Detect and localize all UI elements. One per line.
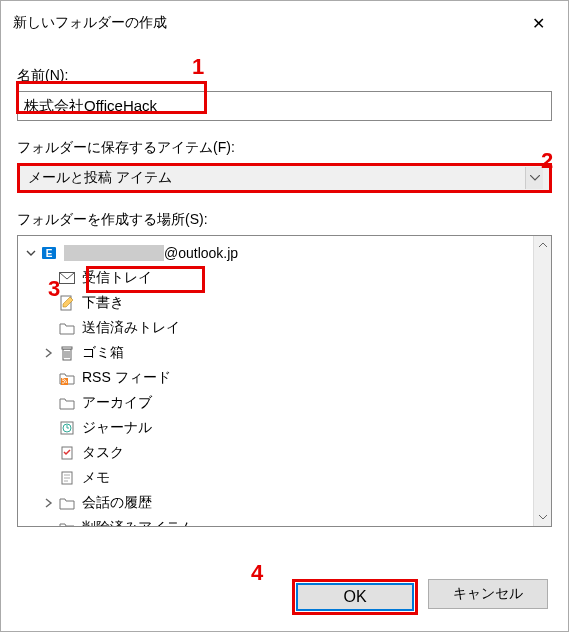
close-icon: ✕ — [532, 14, 545, 33]
ok-highlight: OK — [292, 579, 418, 615]
close-button[interactable]: ✕ — [518, 9, 558, 37]
folder-icon — [58, 320, 76, 336]
scroll-up-icon[interactable] — [534, 236, 551, 254]
cancel-button[interactable]: キャンセル — [428, 579, 548, 609]
tree-item[interactable]: 削除済みアイテム — [20, 515, 549, 527]
dialog-title: 新しいフォルダーの作成 — [13, 14, 167, 32]
account-name-masked — [64, 245, 164, 261]
location-label: フォルダーを作成する場所(S): — [17, 211, 552, 229]
expander-icon[interactable] — [42, 348, 56, 358]
tree-account-row[interactable]: E @outlook.jp — [20, 240, 549, 265]
tree-item[interactable]: ジャーナル — [20, 415, 549, 440]
type-combobox[interactable]: メールと投稿 アイテム — [17, 163, 552, 193]
button-bar: OK キャンセル — [1, 565, 568, 631]
titlebar: 新しいフォルダーの作成 ✕ — [1, 1, 568, 41]
folder-tree[interactable]: E @outlook.jp 受信トレイ 下書き — [17, 235, 552, 527]
tree-item[interactable]: 下書き — [20, 290, 549, 315]
svg-point-10 — [62, 382, 64, 384]
scroll-down-icon[interactable] — [534, 508, 551, 526]
draft-icon — [58, 295, 76, 311]
chevron-down-icon — [525, 167, 543, 189]
folder-icon — [58, 495, 76, 511]
dialog-content: 名前(N): フォルダーに保存するアイテム(F): メールと投稿 アイテム フォ… — [1, 41, 568, 565]
create-folder-dialog: 新しいフォルダーの作成 ✕ 名前(N): フォルダーに保存するアイテム(F): … — [0, 0, 569, 632]
name-label: 名前(N): — [17, 67, 552, 85]
exchange-icon: E — [40, 245, 58, 261]
rss-icon — [58, 370, 76, 386]
type-label: フォルダーに保存するアイテム(F): — [17, 139, 552, 157]
tree-item[interactable]: ゴミ箱 — [20, 340, 549, 365]
tree-item[interactable]: メモ — [20, 465, 549, 490]
note-icon — [58, 470, 76, 486]
folder-icon — [58, 520, 76, 528]
scrollbar[interactable] — [533, 236, 551, 526]
account-domain: @outlook.jp — [164, 245, 238, 261]
trash-icon — [58, 345, 76, 361]
type-value: メールと投稿 アイテム — [28, 169, 172, 187]
tree-item[interactable]: タスク — [20, 440, 549, 465]
tree-item[interactable]: RSS フィード — [20, 365, 549, 390]
ok-button[interactable]: OK — [296, 583, 414, 611]
svg-rect-5 — [62, 347, 72, 349]
tree-item[interactable]: アーカイブ — [20, 390, 549, 415]
name-input[interactable] — [17, 91, 552, 121]
svg-text:E: E — [46, 248, 53, 259]
expander-icon[interactable] — [24, 248, 38, 258]
tree-item[interactable]: 送信済みトレイ — [20, 315, 549, 340]
journal-icon — [58, 420, 76, 436]
mail-icon — [58, 270, 76, 286]
task-icon — [58, 445, 76, 461]
tree-item-inbox[interactable]: 受信トレイ — [20, 265, 549, 290]
tree-item[interactable]: 会話の履歴 — [20, 490, 549, 515]
expander-icon[interactable] — [42, 498, 56, 508]
folder-icon — [58, 395, 76, 411]
